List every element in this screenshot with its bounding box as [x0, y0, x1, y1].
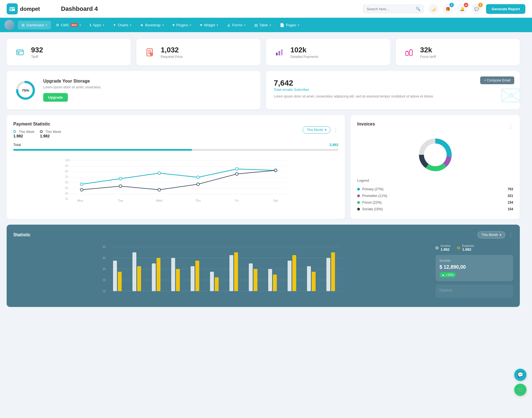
- svg-point-28: [80, 183, 83, 186]
- bootstrap-icon: ★: [140, 23, 144, 27]
- svg-point-32: [236, 168, 238, 170]
- search-input[interactable]: [367, 7, 413, 11]
- svg-rect-8: [281, 49, 283, 55]
- nav-item-forms[interactable]: 🖨 Forms ▾: [223, 21, 249, 29]
- total-label: Total: [13, 143, 21, 147]
- forum-value: 154: [508, 201, 513, 204]
- svg-rect-3: [18, 52, 19, 54]
- header-icons: 🌙 🎁 2 🔔 12 💬 5 Generate Report: [428, 4, 525, 14]
- svg-rect-10: [410, 50, 412, 55]
- invoice-item-promotion: Promotion (11%) 321: [357, 193, 513, 199]
- svg-text:90: 90: [65, 164, 68, 167]
- cms-icon: ⚙: [56, 23, 59, 27]
- legend-dot-dark: [40, 130, 43, 133]
- income-dot: [436, 247, 438, 249]
- nav-item-charts[interactable]: ✦ Charts ▾: [109, 21, 135, 29]
- chat-badge: 5: [478, 3, 483, 7]
- income-item: Income 1.982: [436, 244, 451, 252]
- legend-value-2: 1.982: [40, 134, 50, 138]
- promotion-label: Promotion (11%): [362, 194, 387, 198]
- apps-icon: ℹ: [90, 23, 91, 27]
- nav-item-widget[interactable]: ♥ Widget ▾: [196, 21, 222, 29]
- stat-info-price: 1,032 Required Price: [161, 46, 183, 59]
- statistic-title: Statistic: [13, 232, 30, 237]
- svg-point-36: [158, 188, 161, 191]
- dashboard-icon: ⊞: [22, 23, 25, 27]
- svg-text:Tue: Tue: [118, 199, 123, 202]
- search-bar[interactable]: 🔍: [363, 5, 424, 13]
- total-bar-row: Total 3,982: [13, 143, 338, 147]
- svg-text:100: 100: [65, 159, 70, 162]
- chevron-down-icon-filter: ▾: [325, 128, 326, 132]
- moon-button[interactable]: 🌙: [428, 4, 438, 14]
- svg-text:60: 60: [65, 181, 68, 184]
- this-month-button[interactable]: This Month ▾: [303, 126, 331, 134]
- svg-text:Mon: Mon: [77, 199, 83, 202]
- stat-info-tariff: 932 Tariff: [31, 46, 43, 59]
- legend-dot-teal: [13, 130, 16, 133]
- statistic-header: Statistic This Month ▾ ⋮: [13, 231, 513, 239]
- svg-rect-75: [249, 263, 253, 291]
- svg-rect-68: [176, 269, 180, 291]
- logo-area: dompet: [7, 3, 57, 14]
- generate-report-button[interactable]: Generate Report: [486, 4, 525, 14]
- chat-button[interactable]: 💬 5: [472, 4, 482, 14]
- invoices-more-icon[interactable]: ⋮: [508, 123, 513, 129]
- nav-label-forms: Forms: [232, 23, 242, 27]
- svg-rect-78: [273, 275, 277, 291]
- force-label: Force tariff: [420, 55, 436, 59]
- invoices-header: Invoices ⋮: [357, 122, 513, 131]
- expense-label: Expense: [462, 244, 474, 247]
- stat-card-tariff: 932 Tariff: [7, 39, 131, 65]
- total-value: 3,982: [329, 143, 339, 147]
- svg-rect-7: [278, 51, 280, 55]
- chevron-down-icon-2: ▾: [80, 24, 81, 27]
- price-number: 1,032: [161, 46, 183, 54]
- svg-point-30: [158, 172, 161, 175]
- stat-card-force: 32k Force tariff: [396, 39, 520, 65]
- svg-text:50: 50: [65, 186, 68, 189]
- payment-controls: This Month ▾ ⋮: [303, 126, 338, 134]
- svg-rect-80: [292, 255, 296, 291]
- stat-cards: 932 Tariff 1,032 Required Price: [7, 39, 520, 65]
- nav-item-apps[interactable]: ℹ Apps ▾: [86, 21, 108, 29]
- svg-rect-61: [113, 261, 117, 291]
- statistic-month-button[interactable]: This Month ▾: [477, 231, 505, 239]
- search-icon: 🔍: [416, 7, 420, 11]
- nav-label-widget: Widget: [204, 23, 215, 27]
- svg-rect-76: [254, 269, 257, 291]
- bell-button[interactable]: 🔔 12: [457, 4, 467, 14]
- statistic-card: Statistic This Month ▾ ⋮ 50: [7, 225, 520, 307]
- main-content: 932 Tariff 1,032 Required Price: [0, 32, 526, 314]
- svg-point-35: [119, 185, 122, 188]
- logo-text: dompet: [20, 6, 40, 12]
- svg-rect-77: [268, 269, 272, 291]
- chevron-down-icon-9: ▾: [270, 24, 271, 27]
- income-badge: ▲ +15%: [439, 272, 456, 277]
- nav-item-dashboard[interactable]: ⊞ Dashboard ▾: [18, 21, 51, 29]
- statistic-more-icon[interactable]: ⋮: [508, 232, 513, 238]
- statistic-bar-chart: 50 40 30 20 10: [13, 244, 430, 299]
- nav-item-cms[interactable]: ⚙ CMS New ▾: [52, 21, 85, 29]
- nav-item-pages[interactable]: 📄 Pages ▾: [276, 21, 303, 29]
- tariff-label: Tariff: [31, 55, 43, 59]
- svg-text:50: 50: [103, 245, 106, 248]
- chevron-down-icon-stat: ▾: [500, 233, 501, 237]
- legend-week1: This Week 1.982: [13, 129, 34, 138]
- gift-button[interactable]: 🎁 2: [443, 4, 453, 14]
- upgrade-button[interactable]: Upgrade: [43, 93, 68, 102]
- svg-rect-71: [210, 272, 214, 291]
- chevron-down-icon-7: ▾: [217, 24, 218, 27]
- tariff-number: 932: [31, 46, 43, 54]
- payments-icon: [273, 45, 286, 59]
- storage-info: Upgrade Your Storage Lorem ipsum dolor s…: [43, 79, 101, 102]
- svg-rect-81: [307, 266, 311, 291]
- nav-item-table[interactable]: ▤ Table ▾: [250, 21, 275, 29]
- income-label: Income: [441, 244, 451, 247]
- svg-text:30: 30: [65, 198, 68, 201]
- svg-rect-74: [234, 252, 238, 291]
- svg-text:80: 80: [65, 170, 68, 173]
- nav-item-bootstrap[interactable]: ★ Bootstrap ▾: [136, 21, 168, 29]
- more-options-icon[interactable]: ⋮: [333, 127, 338, 133]
- nav-item-plugins[interactable]: ♥ Plugins ▾: [169, 21, 195, 29]
